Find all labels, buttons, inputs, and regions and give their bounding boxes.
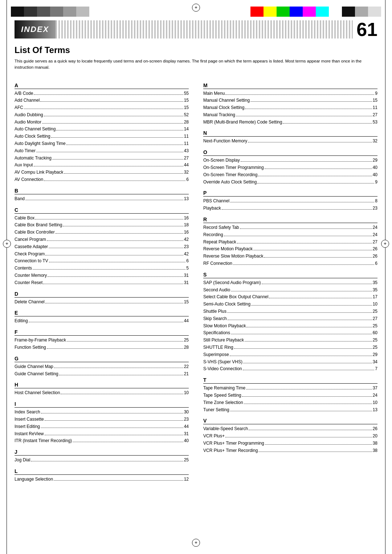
entry-name: On-Screen Display xyxy=(203,157,240,164)
list-item: Language Selection12 xyxy=(15,476,189,483)
page-number: 61 xyxy=(353,20,377,39)
list-item: Index Search30 xyxy=(15,409,189,416)
entry-dots xyxy=(237,243,372,243)
list-item: AV Compu Link Playback32 xyxy=(15,169,189,176)
entry-dots xyxy=(250,101,372,102)
entry-name: RF Connection xyxy=(203,260,232,267)
list-item: AFC15 xyxy=(15,104,189,112)
entry-dots xyxy=(230,356,372,356)
entry-dots xyxy=(243,370,375,370)
entry-page: 6 xyxy=(186,258,189,265)
color-block xyxy=(63,7,76,17)
entry-page: 42 xyxy=(184,251,189,258)
list-item: Cable Box Brand Setting18 xyxy=(15,222,189,229)
entry-page: 16 xyxy=(184,215,189,222)
crosshair-top xyxy=(192,4,200,12)
entry-page: 11 xyxy=(184,133,189,140)
entry-dots xyxy=(243,363,372,363)
section-letter-c: C xyxy=(15,207,189,214)
entry-page: 25 xyxy=(184,457,189,464)
list-item: Override Auto Clock Setting9 xyxy=(203,179,377,186)
list-item: SHUTTLE Ring25 xyxy=(203,344,377,351)
entry-page: 40 xyxy=(184,437,189,445)
entry-dots xyxy=(54,480,183,481)
list-item: Function Setting28 xyxy=(15,344,189,351)
entry-page: 52 xyxy=(184,112,189,119)
list-item: RF Connection6 xyxy=(203,260,377,267)
entry-page: 24 xyxy=(373,231,377,239)
entry-page: 9 xyxy=(375,90,377,97)
entry-page: 25 xyxy=(373,323,377,330)
entry-page: 34 xyxy=(373,359,377,366)
entry-name: Select Cable Box Output Channel xyxy=(203,294,268,301)
entry-dots xyxy=(34,166,183,166)
list-item: Next-Function Memory32 xyxy=(203,138,377,145)
entry-dots xyxy=(49,248,183,248)
entry-name: Jog Dial xyxy=(15,457,30,464)
entry-dots xyxy=(246,389,372,389)
entry-dots xyxy=(231,291,372,291)
list-item: Time Zone Selection10 xyxy=(203,399,377,407)
entry-name: VCR Plus+ Timer Recording xyxy=(203,447,258,454)
entry-name: On-Screen Timer Recording xyxy=(203,171,257,179)
entry-name: Cassette Adapter xyxy=(15,243,48,251)
entry-dots xyxy=(49,262,186,262)
entry-dots xyxy=(225,94,374,95)
list-item: Auto Clock Setting11 xyxy=(15,133,189,140)
entry-page: 10 xyxy=(184,389,189,397)
entry-page: 28 xyxy=(184,344,189,351)
entry-name: Still Picture Playback xyxy=(203,337,244,344)
entry-page: 29 xyxy=(373,351,377,359)
list-item: Main Menu9 xyxy=(203,90,377,97)
entry-page: 15 xyxy=(184,97,189,104)
entry-page: 23 xyxy=(184,416,189,423)
entry-name: Tuner Setting xyxy=(203,407,229,414)
entry-dots xyxy=(29,322,183,322)
entry-page: 10 xyxy=(373,399,377,407)
entry-page: 28 xyxy=(184,119,189,126)
entry-name: Index Search xyxy=(15,409,40,416)
list-item: Superimpose29 xyxy=(203,351,377,359)
entry-name: Playback xyxy=(203,205,221,212)
entry-dots xyxy=(225,437,372,437)
list-item: Automatic Tracking27 xyxy=(15,155,189,162)
entry-name: Insert Editing xyxy=(15,423,40,430)
entry-name: Reverse Motion Playback xyxy=(203,246,253,253)
section-letter-b: B xyxy=(15,188,189,194)
color-block xyxy=(355,7,368,17)
left-color-blocks xyxy=(11,7,89,17)
list-item: Cable Box16 xyxy=(15,215,189,222)
list-item: Cassette Adapter23 xyxy=(15,243,189,251)
list-item: Instant ReView31 xyxy=(15,430,189,438)
entry-name: S-VHS (Super VHS) xyxy=(203,359,242,366)
entry-name: Editing xyxy=(15,318,28,325)
entry-page: 35 xyxy=(373,287,377,294)
list-item: Delete Channel15 xyxy=(15,299,189,306)
list-item: Manual Tracking27 xyxy=(203,112,377,119)
entry-dots xyxy=(61,394,183,394)
entry-page: 44 xyxy=(184,318,189,325)
entry-dots xyxy=(64,173,183,174)
entry-dots xyxy=(264,257,372,258)
entry-dots xyxy=(236,116,372,116)
entry-name: S-Video Connection xyxy=(203,365,242,373)
entry-dots xyxy=(265,444,372,445)
entry-dots xyxy=(41,413,183,413)
entry-dots xyxy=(45,435,183,435)
entry-dots xyxy=(283,123,372,124)
list-item: Select Cable Box Output Channel17 xyxy=(203,294,377,301)
section-letter-g: G xyxy=(15,356,189,362)
entry-name: Cable Box xyxy=(15,215,34,222)
entry-page: 14 xyxy=(184,126,189,133)
list-item: Host Channel Selection10 xyxy=(15,389,189,397)
index-text: INDEX xyxy=(21,25,49,34)
right-column: MMain Menu9Manual Channel Setting15Manua… xyxy=(203,78,377,483)
entry-name: AFC xyxy=(15,104,23,112)
entry-page: 31 xyxy=(184,430,189,438)
entry-page: 42 xyxy=(184,236,189,243)
entry-name: Manual Clock Setting xyxy=(203,104,244,112)
crosshair-mid-right xyxy=(381,240,389,248)
entry-page: 25 xyxy=(184,337,189,344)
entry-name: Manual Tracking xyxy=(203,112,235,119)
page-title: List Of Terms xyxy=(15,45,377,55)
